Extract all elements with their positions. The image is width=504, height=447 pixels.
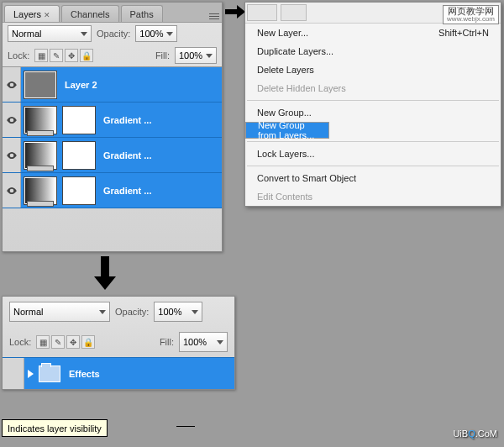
panel-tabs: Layers✕ Channels Paths [3,3,222,23]
menu-shortcut: Shift+Ctrl+N [438,28,489,38]
lock-transparent-icon[interactable]: ▦ [34,49,48,62]
opacity-value: 100% [158,307,181,317]
lock-label: Lock: [9,337,31,347]
group-item[interactable]: Effects [3,357,234,389]
menu-tab[interactable] [247,4,277,21]
opacity-label: Opacity: [115,307,149,317]
mask-thumbnail[interactable] [63,177,95,204]
tab-paths[interactable]: Paths [121,5,163,22]
result-panel: Normal Opacity: 100% Lock: ▦ ✎ ✥ 🔒 Fill:… [2,296,235,390]
arrow-right-icon [225,5,245,20]
group-name[interactable]: Effects [69,369,100,379]
layer-name[interactable]: Gradient ... [103,115,151,125]
fill-input[interactable]: 100% [179,332,228,352]
tab-layers-label: Layers [13,9,41,19]
eye-icon [6,150,18,161]
visibility-toggle[interactable] [3,358,24,389]
chevron-down-icon [166,32,173,36]
tooltip: Indicates layer visibility [2,419,108,437]
chevron-down-icon [206,54,213,58]
opacity-input[interactable]: 100% [135,25,177,42]
lock-all-icon[interactable]: 🔒 [80,49,93,62]
layer-item[interactable]: Gradient ... [3,138,222,173]
visibility-toggle[interactable] [3,67,21,102]
watermark-url: www.webjx.com [447,16,495,23]
watermark-top: 网页教学网www.webjx.com [443,5,499,24]
opacity-input[interactable]: 100% [154,302,202,322]
lock-move-icon[interactable]: ✥ [66,335,80,349]
folder-icon [39,365,60,382]
menu-label: Delete Hidden Layers [257,83,346,93]
menu-lock-layers[interactable]: Lock Layers... [245,145,501,163]
blend-mode-value: Normal [12,29,41,39]
menu-label: New Group... [257,108,312,118]
arrow-down-icon [94,256,116,292]
opacity-value: 100% [139,29,163,39]
layer-item[interactable]: Layer 2 [3,67,222,103]
layer-item[interactable]: Gradient ... [3,103,222,138]
lock-move-icon[interactable]: ✥ [65,49,78,62]
mask-thumbnail[interactable] [63,142,95,169]
menu-delete-layers[interactable]: Delete Layers [245,60,501,79]
menu-edit-contents: Edit Contents [245,187,501,206]
menu-separator [247,141,499,142]
tab-layers[interactable]: Layers✕ [4,5,60,22]
menu-new-group[interactable]: New Group... [245,103,501,122]
menu-tab[interactable] [281,4,306,21]
layers-panel: Layers✕ Channels Paths Normal Opacity: 1… [2,2,223,252]
tab-channels[interactable]: Channels [61,5,118,22]
chevron-down-icon [99,310,106,314]
menu-new-layer[interactable]: New Layer...Shift+Ctrl+N [245,24,501,42]
visibility-toggle[interactable] [3,138,21,172]
layer-item[interactable]: Gradient ... [3,173,222,208]
layer-name[interactable]: Layer 2 [65,80,97,90]
fill-value: 100% [179,50,202,60]
layer-name[interactable]: Gradient ... [103,150,151,160]
menu-separator [247,166,499,166]
menu-label: Duplicate Layers... [257,46,333,56]
eye-icon [6,114,18,126]
fill-value: 100% [183,337,207,347]
menu-delete-hidden: Delete Hidden Layers [245,79,501,97]
fill-input[interactable]: 100% [175,47,217,64]
blend-mode-select[interactable]: Normal [8,25,92,42]
blend-row: Normal Opacity: 100% [3,297,234,327]
menu-label: New Group from Layers... [258,120,317,140]
lock-all-icon[interactable]: 🔒 [81,335,95,349]
layer-thumbnail[interactable] [24,177,56,204]
expand-triangle-icon[interactable] [28,370,34,378]
visibility-toggle[interactable] [3,173,21,208]
visibility-toggle[interactable] [3,103,21,137]
menu-new-group-from-layers[interactable]: New Group from Layers... [245,122,329,139]
lock-label: Lock: [8,50,29,60]
wm-b: Q [468,429,475,439]
chevron-down-icon [81,32,87,36]
lock-row: Lock: ▦ ✎ ✥ 🔒 Fill: 100% [3,327,234,357]
mask-thumbnail[interactable] [63,107,95,134]
menu-convert-smart-object[interactable]: Convert to Smart Object [245,169,501,187]
menu-separator [247,100,499,101]
layer-thumbnail[interactable] [24,142,56,169]
eye-icon [6,79,18,91]
chevron-down-icon [217,340,223,344]
lock-transparent-icon[interactable]: ▦ [36,335,50,349]
layer-thumbnail[interactable] [24,71,56,98]
layers-context-menu: New Layer...Shift+Ctrl+N Duplicate Layer… [244,2,501,207]
layer-name[interactable]: Gradient ... [103,186,151,196]
close-icon[interactable]: ✕ [44,11,50,19]
panel-menu-icon[interactable] [207,10,222,22]
lock-paint-icon[interactable]: ✎ [50,49,63,62]
menu-label: Edit Contents [257,192,312,202]
menu-label: New Layer... [257,28,308,38]
lock-paint-icon[interactable]: ✎ [51,335,65,349]
blend-mode-select[interactable]: Normal [9,302,110,322]
wm-c: .CoM [475,429,497,439]
menu-duplicate-layers[interactable]: Duplicate Layers... [245,42,501,60]
tooltip-text: Indicates layer visibility [8,423,102,434]
menu-label: Convert to Smart Object [257,173,356,183]
fill-label: Fill: [160,337,174,347]
eye-icon [6,185,18,197]
layer-thumbnail[interactable] [24,107,56,134]
lock-row: Lock: ▦ ✎ ✥ 🔒 Fill: 100% [3,45,222,66]
blend-row: Normal Opacity: 100% [3,23,222,45]
